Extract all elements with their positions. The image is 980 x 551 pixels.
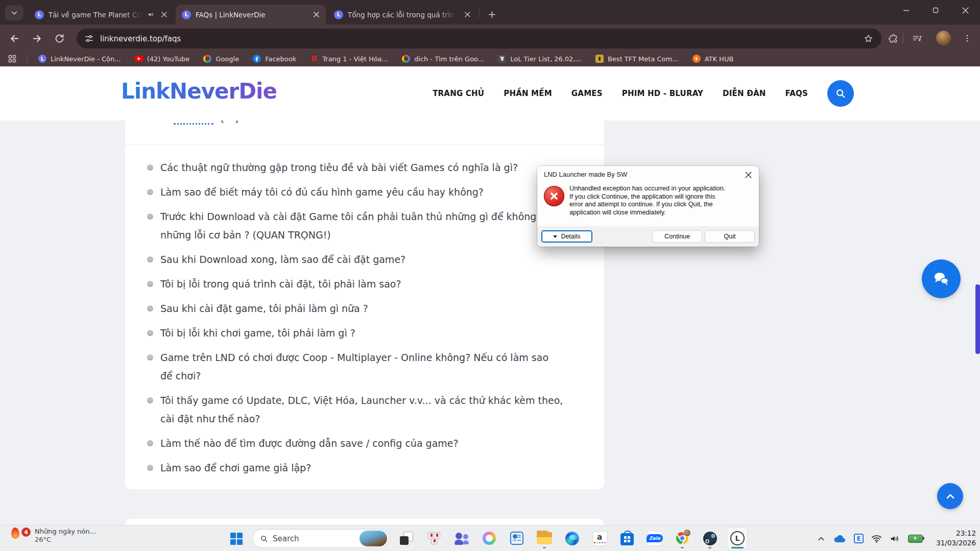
task-view-button[interactable] bbox=[396, 528, 417, 549]
window-maximize-button[interactable] bbox=[921, 0, 950, 20]
amazon-button[interactable]: a bbox=[589, 528, 610, 549]
google-icon bbox=[203, 55, 211, 63]
window-close-button[interactable] bbox=[950, 0, 980, 20]
media-controls-icon[interactable] bbox=[910, 31, 924, 45]
scrollbar-thumb[interactable] bbox=[975, 284, 980, 354]
nav-faqs[interactable]: FAQS bbox=[785, 89, 808, 98]
faq-item[interactable]: Các thuật ngữ thường gặp trong tiêu đề v… bbox=[147, 158, 586, 177]
lnd-launcher-button[interactable]: L bbox=[727, 528, 748, 549]
profile-avatar[interactable] bbox=[936, 31, 951, 45]
edge-button[interactable] bbox=[562, 528, 582, 549]
nav-phim-hd[interactable]: PHIM HD - BLURAY bbox=[622, 89, 703, 98]
faq-item[interactable]: Làm thế nào để tìm được đường dẫn save /… bbox=[147, 434, 586, 452]
tab-close-icon[interactable] bbox=[312, 10, 321, 19]
wifi-icon[interactable] bbox=[871, 534, 882, 543]
details-button[interactable]: Details bbox=[541, 230, 592, 243]
faq-question[interactable]: Làm thế nào để tìm được đường dẫn save /… bbox=[160, 434, 459, 452]
quit-button[interactable]: Quit bbox=[705, 230, 755, 243]
bookmark-facebook[interactable]: Facebook bbox=[253, 55, 296, 63]
continue-button[interactable]: Continue bbox=[652, 230, 702, 243]
address-bar[interactable]: linkneverdie.top/faqs bbox=[77, 29, 881, 49]
faq-item[interactable]: Game trên LND có chơi được Coop - Multip… bbox=[147, 348, 586, 385]
forward-button[interactable] bbox=[30, 31, 44, 45]
site-info-icon[interactable] bbox=[85, 34, 93, 43]
faq-item[interactable]: Làm sao để biết máy tôi có đủ cấu hình g… bbox=[147, 183, 586, 201]
faq-item[interactable]: Trước khi Download và cài đặt Game tôi c… bbox=[147, 207, 586, 244]
taskbar-clock[interactable]: 23:12 31/03/2026 bbox=[936, 529, 976, 548]
bookmark-label: LoL Tier List, 26.02,... bbox=[510, 55, 582, 63]
start-button[interactable] bbox=[226, 530, 247, 547]
new-tab-button[interactable] bbox=[484, 7, 499, 22]
faq-question[interactable]: Trước khi Download và cài đặt Game tôi c… bbox=[160, 207, 558, 244]
nav-dien-dan[interactable]: DIỄN ĐÀN bbox=[723, 89, 766, 98]
bookmark-linkneverdie[interactable]: L LinkNeverDie - Cộn... bbox=[38, 55, 121, 63]
weather-widget[interactable]: 4 Những ngày nón... 26°C bbox=[11, 528, 96, 543]
site-search-button[interactable] bbox=[827, 80, 854, 107]
tab-audio-icon[interactable] bbox=[147, 11, 155, 18]
faq-item[interactable]: Sau khi cài đặt game, tôi phải làm gì nữ… bbox=[147, 299, 586, 318]
tft-icon bbox=[595, 55, 604, 63]
site-logo[interactable]: LinkNeverDie bbox=[121, 79, 277, 104]
faq-question[interactable]: Các thuật ngữ thường gặp trong tiêu đề v… bbox=[160, 158, 518, 177]
everything-tray-icon[interactable]: E bbox=[854, 534, 864, 543]
chrome-button[interactable] bbox=[672, 528, 692, 549]
keyboard-app-button[interactable] bbox=[424, 528, 444, 549]
browser-menu-icon[interactable] bbox=[960, 31, 974, 45]
tab-search-button[interactable] bbox=[5, 5, 23, 20]
faq-question[interactable]: Game trên LND có chơi được Coop - Multip… bbox=[160, 348, 548, 385]
search-highlight-image[interactable] bbox=[360, 531, 387, 546]
extensions-icon[interactable] bbox=[886, 31, 900, 45]
faq-item[interactable]: Tôi bị lỗi khi chơi game, tôi phải làm g… bbox=[147, 324, 586, 342]
tab-separator bbox=[479, 8, 480, 17]
apps-grid-icon[interactable] bbox=[8, 55, 16, 63]
faq-question[interactable]: Sau khi Download xong, làm sao để cài đặ… bbox=[160, 250, 405, 269]
nav-games[interactable]: GAMES bbox=[571, 89, 603, 98]
zalo-button[interactable]: Zalo bbox=[644, 528, 665, 549]
taskbar-search[interactable]: Search bbox=[252, 529, 389, 548]
file-explorer-button[interactable] bbox=[534, 528, 555, 549]
copilot-button[interactable] bbox=[479, 528, 499, 549]
dialog-close-icon[interactable] bbox=[744, 170, 753, 179]
tab-planet-crafter[interactable]: L Tải về game The Planet Craf bbox=[29, 5, 174, 25]
carousel-arrows[interactable]: ‹ › bbox=[221, 121, 243, 125]
battery-icon[interactable] bbox=[908, 535, 923, 543]
onedrive-cloud-icon[interactable] bbox=[833, 534, 846, 544]
tab-close-icon[interactable] bbox=[463, 10, 472, 19]
url-text[interactable]: linkneverdie.top/faqs bbox=[100, 34, 857, 43]
task-manager-button[interactable] bbox=[507, 528, 527, 549]
faq-item[interactable]: Tôi bị lỗi trong quá trình cài đặt, tôi … bbox=[147, 275, 586, 293]
steam-button[interactable] bbox=[700, 528, 720, 549]
tab-faqs-active[interactable]: L FAQs | LinkNeverDie bbox=[176, 5, 326, 25]
faq-question[interactable]: Làm sao để chơi game giả lập? bbox=[160, 459, 311, 477]
bookmark-atk-hub[interactable]: ATK HUB bbox=[692, 55, 734, 63]
faq-item[interactable]: Sau khi Download xong, làm sao để cài đặ… bbox=[147, 250, 586, 269]
bookmark-dich[interactable]: dich - Tìm trên Goo... bbox=[402, 55, 484, 63]
bookmark-star-icon[interactable] bbox=[864, 34, 873, 43]
teams-button[interactable] bbox=[451, 528, 472, 549]
bookmark-trang1[interactable]: R Trang 1 - Việt Hóa... bbox=[310, 55, 388, 63]
window-minimize-button[interactable] bbox=[891, 0, 921, 20]
bookmark-google[interactable]: Google bbox=[203, 55, 239, 63]
bookmark-youtube[interactable]: (42) YouTube bbox=[135, 55, 190, 63]
back-button[interactable] bbox=[7, 31, 21, 45]
faq-item[interactable]: Tôi thấy game có Update, DLC, Việt Hóa, … bbox=[147, 391, 586, 428]
tab-tong-hop-loi[interactable]: L Tổng hợp các lỗi trong quá trìn bbox=[328, 5, 477, 25]
bullet-icon bbox=[147, 330, 153, 336]
bookmark-lol-tierlist[interactable]: LoL Tier List, 26.02,... bbox=[498, 55, 582, 63]
scroll-to-top-button[interactable] bbox=[937, 483, 963, 509]
faq-question[interactable]: Sau khi cài đặt game, tôi phải làm gì nữ… bbox=[160, 299, 368, 318]
nav-phan-mem[interactable]: PHẦN MỀM bbox=[504, 89, 552, 98]
reload-button[interactable] bbox=[52, 31, 66, 45]
ms-store-button[interactable] bbox=[617, 528, 637, 549]
nav-trang-chu[interactable]: TRANG CHỦ bbox=[433, 89, 484, 98]
faq-question[interactable]: Làm sao để biết máy tôi có đủ cấu hình g… bbox=[160, 183, 484, 201]
faq-item[interactable]: Làm sao để chơi game giả lập? bbox=[147, 459, 586, 477]
bookmark-tft-meta[interactable]: Best TFT Meta Com... bbox=[595, 55, 679, 63]
tray-overflow-chevron-icon[interactable] bbox=[817, 535, 825, 543]
faq-question[interactable]: Tôi bị lỗi khi chơi game, tôi phải làm g… bbox=[160, 324, 355, 342]
volume-icon[interactable] bbox=[890, 534, 900, 543]
faq-question[interactable]: Tôi bị lỗi trong quá trình cài đặt, tôi … bbox=[160, 275, 401, 293]
tab-close-icon[interactable] bbox=[159, 10, 169, 19]
faq-question[interactable]: Tôi thấy game có Update, DLC, Việt Hóa, … bbox=[160, 391, 563, 428]
chat-button[interactable] bbox=[922, 259, 961, 298]
